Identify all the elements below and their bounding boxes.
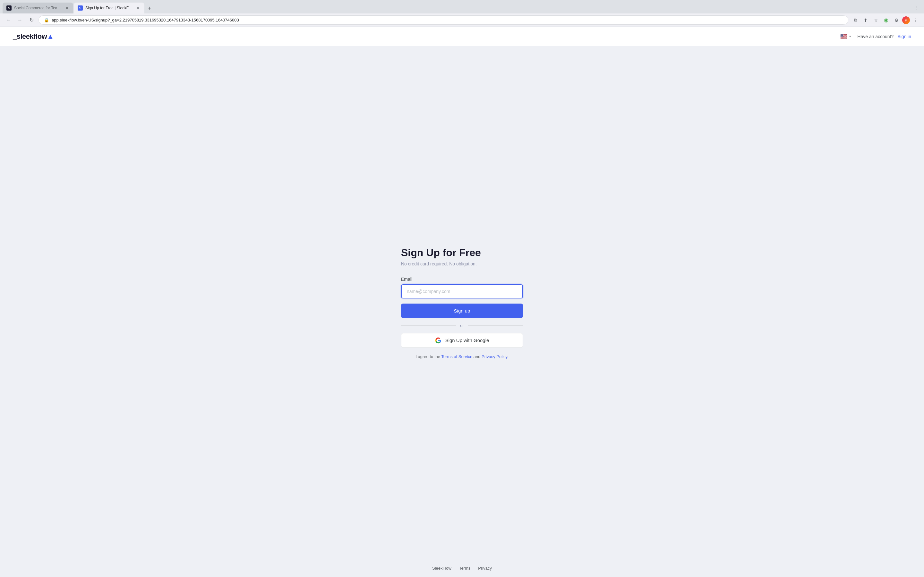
chevron-down-icon: ▾ [849, 35, 851, 38]
tab-1-favicon: S [6, 5, 11, 11]
tab-1-title: Social Commerce for Teams | [14, 6, 61, 10]
tab-bar: S Social Commerce for Teams | ✕ S Sign U… [0, 0, 924, 13]
footer-terms-link[interactable]: Terms [459, 566, 470, 571]
back-button[interactable]: ← [4, 16, 13, 25]
extension-icon[interactable]: ◉ [882, 16, 891, 25]
tab-1[interactable]: S Social Commerce for Teams | ✕ [3, 3, 73, 13]
sign-in-link[interactable]: Sign in [897, 34, 911, 39]
tab-2-title: Sign Up for Free | SleekFlow [86, 6, 133, 10]
address-bar: ← → ↻ 🔒 app.sleekflow.io/en-US/signup?_g… [0, 13, 924, 27]
footer-privacy-link[interactable]: Privacy [478, 566, 492, 571]
email-label: Email [401, 277, 523, 282]
signup-card: Sign Up for Free No credit card required… [401, 247, 523, 359]
browser-chrome: S Social Commerce for Teams | ✕ S Sign U… [0, 0, 924, 27]
address-bar-icons: ⧉ ⬆ ☆ ◉ ⚙ P ⋮ [851, 16, 920, 25]
url-text: app.sleekflow.io/en-US/signup?_ga=2.2197… [52, 18, 843, 23]
tab-2-close[interactable]: ✕ [136, 5, 141, 11]
language-selector[interactable]: 🇺🇸 ▾ [838, 32, 853, 41]
page-title: Sign Up for Free [401, 247, 523, 259]
privacy-policy-link[interactable]: Privacy Policy [481, 354, 507, 359]
bookmark-icon[interactable]: ☆ [871, 16, 880, 25]
tab-2-favicon: S [78, 5, 83, 11]
main-content: Sign Up for Free No credit card required… [0, 46, 924, 559]
have-account-text: Have an account? [857, 34, 893, 39]
terms-of-service-link[interactable]: Terms of Service [441, 354, 472, 359]
header-right: 🇺🇸 ▾ Have an account? Sign in [838, 32, 911, 41]
terms-prefix: I agree to the [415, 354, 441, 359]
or-divider: or [401, 323, 523, 328]
extensions-menu-icon[interactable]: ⚙ [892, 16, 901, 25]
terms-suffix: . [507, 354, 509, 359]
footer-sleekflow-link[interactable]: SleekFlow [432, 566, 451, 571]
profile-icon[interactable]: P [902, 16, 910, 24]
email-input[interactable] [401, 284, 523, 298]
page-subtitle: No credit card required. No obligation. [401, 261, 523, 266]
google-g-icon [435, 337, 441, 343]
logo-text: _sleekflow▲ [13, 32, 54, 41]
new-tab-button[interactable]: + [145, 4, 154, 13]
secure-lock-icon: 🔒 [44, 18, 49, 23]
email-form-group: Email [401, 277, 523, 298]
logo[interactable]: _sleekflow▲ [13, 32, 54, 41]
signup-button[interactable]: Sign up [401, 303, 523, 318]
tab-1-close[interactable]: ✕ [64, 5, 69, 11]
chrome-menu-icon[interactable]: ⋮ [911, 16, 920, 25]
google-button-label: Sign Up with Google [445, 338, 489, 343]
flag-icon: 🇺🇸 [840, 33, 847, 40]
url-bar[interactable]: 🔒 app.sleekflow.io/en-US/signup?_ga=2.21… [39, 15, 848, 25]
translate-icon[interactable]: ⧉ [851, 16, 860, 25]
google-signup-button[interactable]: Sign Up with Google [401, 333, 523, 348]
terms-middle: and [472, 354, 481, 359]
page-footer: SleekFlow Terms Privacy [0, 559, 924, 577]
share-icon[interactable]: ⬆ [861, 16, 870, 25]
tab-2[interactable]: S Sign Up for Free | SleekFlow ✕ [74, 3, 144, 13]
site-header: _sleekflow▲ 🇺🇸 ▾ Have an account? Sign i… [0, 27, 924, 46]
tab-bar-right: ⋮ [913, 3, 921, 12]
tab-bar-menu-button[interactable]: ⋮ [913, 3, 921, 12]
reload-button[interactable]: ↻ [27, 16, 36, 25]
terms-text: I agree to the Terms of Service and Priv… [401, 354, 523, 359]
forward-button[interactable]: → [15, 16, 24, 25]
or-text: or [460, 323, 464, 328]
